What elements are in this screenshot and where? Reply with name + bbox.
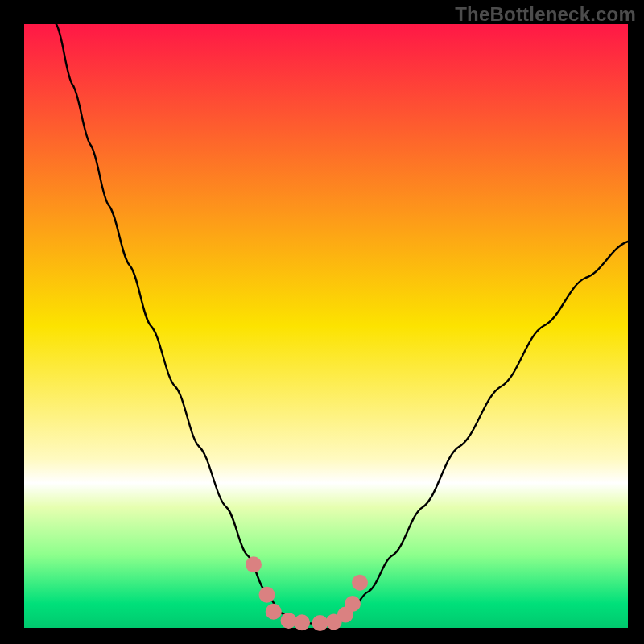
highlight-marker bbox=[259, 587, 275, 603]
highlight-marker bbox=[246, 556, 262, 572]
highlight-marker bbox=[352, 575, 368, 591]
highlight-marker bbox=[294, 614, 310, 630]
chart-container: TheBottleneck.com bbox=[0, 0, 644, 644]
bottleneck-chart bbox=[0, 0, 644, 644]
highlight-marker bbox=[266, 604, 282, 620]
highlight-marker bbox=[345, 596, 361, 612]
plot-background bbox=[24, 24, 628, 628]
highlight-marker bbox=[312, 615, 328, 631]
